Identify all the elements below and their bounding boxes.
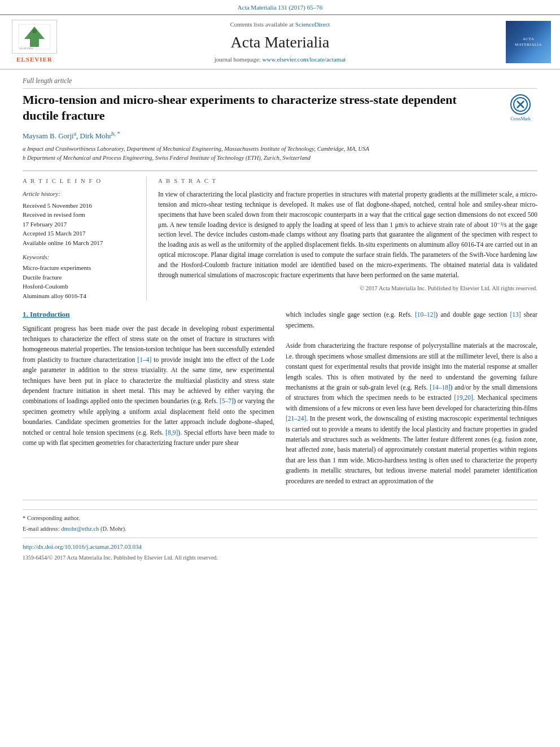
ref-14-18[interactable]: [14–18] xyxy=(430,384,450,391)
crossmark-label: CrossMark xyxy=(510,116,531,122)
elsevier-image: ELSEVIER xyxy=(12,20,57,54)
received-entry: Received 5 November 2016 xyxy=(23,201,138,211)
ref-21-24[interactable]: [21–24] xyxy=(286,415,306,422)
journal-homepage-line: journal homepage: www.elsevier.com/locat… xyxy=(67,55,493,64)
keyword-4: Aluminum alloy 6016-T4 xyxy=(23,291,138,301)
sciencedirect-link[interactable]: ScienceDirect xyxy=(295,21,330,28)
email-note: E-mail address: dmohr@ethz.ch (D. Mohr). xyxy=(23,525,537,534)
elsevier-brand-text: ELSEVIER xyxy=(16,55,53,64)
right-para2: Aside from characterizing the fracture r… xyxy=(286,340,537,486)
journal-title: Acta Materialia xyxy=(67,31,493,53)
svg-point-2 xyxy=(32,29,37,33)
ref-5-7[interactable]: [5–7] xyxy=(220,397,234,404)
keyword-1: Micro-fracture experiments xyxy=(23,263,138,273)
journal-citation: Acta Materialia 131 (2017) 65–76 xyxy=(238,4,322,11)
abstract-text: In view of characterizing the local plas… xyxy=(158,190,537,280)
homepage-url[interactable]: www.elsevier.com/locate/actamat xyxy=(262,56,346,63)
ref-1-4[interactable]: [1–4] xyxy=(137,356,151,363)
keyword-2: Ductile fracture xyxy=(23,273,138,282)
keywords-section: Keywords: Micro-fracture experiments Duc… xyxy=(23,253,138,300)
main-content-section: 1. Introduction Significant progress has… xyxy=(23,309,537,486)
email-label: E-mail address: xyxy=(23,526,60,532)
contents-availability: Contents lists available at ScienceDirec… xyxy=(67,20,493,29)
article-body: Full length article Micro-tension and mi… xyxy=(0,69,560,571)
email-link[interactable]: dmohr@ethz.ch xyxy=(61,526,99,532)
intro-paragraph: Significant progress has been made over … xyxy=(23,324,274,448)
article-info-abstract-section: A R T I C L E I N F O Article history: R… xyxy=(23,171,537,301)
article-info-column: A R T I C L E I N F O Article history: R… xyxy=(23,177,147,301)
author1-sup: a xyxy=(74,130,76,137)
crossmark-circle xyxy=(510,94,531,115)
ref-19-20[interactable]: [19,20] xyxy=(454,394,473,401)
main-left-column: 1. Introduction Significant progress has… xyxy=(23,309,274,486)
affiliation-b: b Department of Mechanical and Process E… xyxy=(23,154,485,163)
email-person: (D. Mohr). xyxy=(100,526,126,532)
acta-logo-image xyxy=(506,21,551,63)
crossmark-badge[interactable]: CrossMark xyxy=(504,94,537,122)
history-label: Article history: xyxy=(23,190,138,198)
journal-logo-right xyxy=(500,21,551,63)
accepted-entry: Accepted 15 March 2017 xyxy=(23,229,138,238)
intro-heading: 1. Introduction xyxy=(23,309,274,320)
ref-13[interactable]: [13] xyxy=(510,311,520,318)
affiliation-a: a Impact and Crashworthiness Laboratory,… xyxy=(23,145,485,154)
right-para1: which includes single gage section (e.g.… xyxy=(286,309,537,330)
authors-line: Maysam B. Gorjia, Dirk Mohrb, * xyxy=(23,130,485,142)
journal-reference-bar: Acta Materialia 131 (2017) 65–76 xyxy=(0,0,560,14)
journal-center-header: Contents lists available at ScienceDirec… xyxy=(67,20,493,64)
corresponding-label: * Corresponding author. xyxy=(23,515,80,521)
journal-header: ELSEVIER ELSEVIER Contents lists availab… xyxy=(0,14,560,69)
ref-8-9[interactable]: [8,9] xyxy=(165,429,178,436)
article-title: Micro-tension and micro-shear experiment… xyxy=(23,92,485,124)
corresponding-author-note: * Corresponding author. xyxy=(23,514,537,523)
abstract-column: A B S T R A C T In view of characterizin… xyxy=(158,177,537,301)
revised-date: 17 February 2017 xyxy=(23,220,138,229)
keyword-3: Hosford-Coulomb xyxy=(23,282,138,291)
keywords-label: Keywords: xyxy=(23,253,138,261)
available-entry: Available online 16 March 2017 xyxy=(23,238,138,248)
doi-link[interactable]: http://dx.doi.org/10.1016/j.actamat.2017… xyxy=(23,543,142,550)
author2-link[interactable]: Dirk Mohr xyxy=(80,132,112,140)
abstract-heading: A B S T R A C T xyxy=(158,177,537,185)
main-right-column: which includes single gage section (e.g.… xyxy=(286,309,537,486)
title-row: Micro-tension and micro-shear experiment… xyxy=(23,92,537,171)
article-info-heading: A R T I C L E I N F O xyxy=(23,177,138,185)
footer-section: * Corresponding author. E-mail address: … xyxy=(23,500,537,562)
doi-line: http://dx.doi.org/10.1016/j.actamat.2017… xyxy=(23,543,537,552)
affiliations: a Impact and Crashworthiness Laboratory,… xyxy=(23,145,485,163)
author2-sup: b, * xyxy=(112,130,120,137)
copyright-line: © 2017 Acta Materialia Inc. Published by… xyxy=(158,285,537,293)
author1-link[interactable]: Maysam B. Gorji xyxy=(23,132,74,140)
ref-10-12[interactable]: [10–12] xyxy=(415,311,435,318)
svg-text:ELSEVIER: ELSEVIER xyxy=(20,47,33,50)
revised-label: Received in revised form xyxy=(23,210,138,220)
homepage-label: journal homepage: xyxy=(215,56,261,63)
article-type-label: Full length article xyxy=(23,76,537,89)
issn-line: 1359-6454/© 2017 Acta Materialia Inc. Pu… xyxy=(23,554,537,562)
elsevier-logo: ELSEVIER ELSEVIER xyxy=(9,20,60,64)
